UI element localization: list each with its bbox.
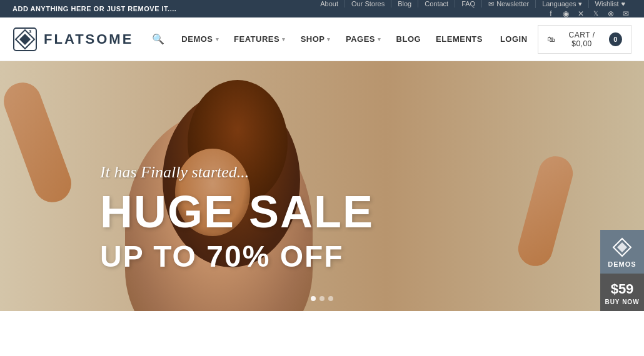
top-bar-nav-row: About Our Stores Blog Contact FAQ ✉ News… bbox=[314, 0, 631, 8]
twitter-icon[interactable]: 𝕏 bbox=[590, 10, 601, 17]
nav-item-features: FEATURES ▾ bbox=[226, 34, 293, 44]
nav-item-elements: ELEMENTS bbox=[428, 34, 490, 44]
nav-blog[interactable]: Blog bbox=[391, 0, 418, 7]
slide-dot-2[interactable] bbox=[319, 296, 325, 301]
chevron-icon: ▾ bbox=[378, 36, 381, 42]
login-button[interactable]: LOGIN bbox=[490, 34, 538, 44]
nav-ourstores[interactable]: Our Stores bbox=[345, 0, 391, 7]
mail-icon[interactable]: ✉ bbox=[620, 9, 631, 18]
cart-icon: 🛍 bbox=[547, 35, 555, 44]
chevron-down-icon: ▾ bbox=[578, 0, 582, 8]
social-icons-row: f ◉ ✕ 𝕏 ⊗ ✉ bbox=[545, 8, 631, 18]
chevron-icon: ▾ bbox=[327, 36, 331, 42]
envelope-icon: ✉ bbox=[488, 0, 494, 8]
nav-faq[interactable]: FAQ bbox=[455, 0, 482, 7]
nav-item-shop: SHOP ▾ bbox=[293, 34, 338, 44]
nav-item-blog: BLOG bbox=[389, 34, 429, 44]
nav-link-blog[interactable]: BLOG bbox=[389, 34, 429, 44]
svg-marker-5 bbox=[617, 242, 627, 252]
logo[interactable]: 3 FLATSOME bbox=[13, 27, 133, 52]
svg-text:3: 3 bbox=[29, 29, 32, 34]
hero-title: HUGE SALE bbox=[100, 189, 374, 234]
nav-link-features[interactable]: FEATURES ▾ bbox=[226, 34, 293, 44]
nav-link-demos[interactable]: DEMOS ▾ bbox=[174, 34, 226, 44]
main-nav: 3 FLATSOME 🔍 DEMOS ▾ FEATURES ▾ SHOP ▾ P… bbox=[0, 17, 644, 61]
logo-text: FLATSOME bbox=[44, 31, 133, 47]
nav-link-shop[interactable]: SHOP ▾ bbox=[293, 34, 338, 44]
nav-wishlist[interactable]: Wishlist ♥ bbox=[589, 0, 631, 7]
instagram-icon[interactable]: ◉ bbox=[560, 9, 571, 18]
nav-newsletter[interactable]: ✉ Newsletter bbox=[482, 0, 536, 8]
top-bar-nav: About Our Stores Blog Contact FAQ ✉ News… bbox=[314, 0, 631, 8]
demos-label: DEMOS bbox=[608, 260, 636, 268]
hero-subtitle: It has Finally started... bbox=[100, 163, 374, 182]
search-button[interactable]: 🔍 bbox=[146, 33, 171, 45]
heart-icon: ♥ bbox=[621, 0, 625, 7]
hero-sub-title: UP TO 70% OFF bbox=[100, 239, 374, 274]
facebook-icon[interactable]: f bbox=[545, 9, 556, 18]
buy-now-label: BUY NOW bbox=[605, 299, 639, 305]
hero-content: It has Finally started... HUGE SALE UP T… bbox=[100, 163, 374, 274]
top-bar-right: About Our Stores Blog Contact FAQ ✉ News… bbox=[314, 0, 631, 18]
slider-dots bbox=[311, 296, 333, 301]
nav-link-elements[interactable]: ELEMENTS bbox=[428, 34, 490, 44]
nav-menu: DEMOS ▾ FEATURES ▾ SHOP ▾ PAGES ▾ BLOG E… bbox=[174, 34, 490, 44]
threads-icon[interactable]: ⊗ bbox=[605, 9, 616, 18]
nav-languages[interactable]: Languages ▾ bbox=[536, 0, 588, 8]
slide-dot-3[interactable] bbox=[328, 296, 333, 301]
side-demos-button[interactable]: DEMOS bbox=[600, 230, 644, 275]
chevron-icon: ▾ bbox=[282, 36, 286, 42]
nav-item-pages: PAGES ▾ bbox=[338, 34, 389, 44]
chevron-icon: ▾ bbox=[216, 36, 219, 42]
cart-count: 0 bbox=[609, 32, 622, 46]
search-icon: 🔍 bbox=[152, 34, 164, 44]
nav-about[interactable]: About bbox=[314, 0, 345, 7]
demos-icon bbox=[612, 237, 632, 257]
logo-icon: 3 bbox=[13, 27, 38, 52]
side-price: $59 bbox=[611, 281, 634, 297]
nav-link-pages[interactable]: PAGES ▾ bbox=[338, 34, 389, 44]
side-buy-button[interactable]: $59 BUY NOW bbox=[600, 274, 644, 311]
nav-item-demos: DEMOS ▾ bbox=[174, 34, 226, 44]
cart-label: CART / $0,00 bbox=[558, 31, 605, 48]
twitter-x-icon[interactable]: ✕ bbox=[575, 9, 586, 18]
nav-right: LOGIN 🛍 CART / $0,00 0 bbox=[490, 25, 631, 54]
hero-section: It has Finally started... HUGE SALE UP T… bbox=[0, 61, 644, 311]
cart-button[interactable]: 🛍 CART / $0,00 0 bbox=[538, 25, 631, 54]
top-bar-message: ADD ANYTHING HERE OR JUST REMOVE IT.... bbox=[13, 5, 176, 12]
top-bar: ADD ANYTHING HERE OR JUST REMOVE IT.... … bbox=[0, 0, 644, 17]
slide-dot-1[interactable] bbox=[311, 296, 316, 301]
nav-contact[interactable]: Contact bbox=[418, 0, 455, 7]
svg-marker-2 bbox=[19, 34, 31, 45]
